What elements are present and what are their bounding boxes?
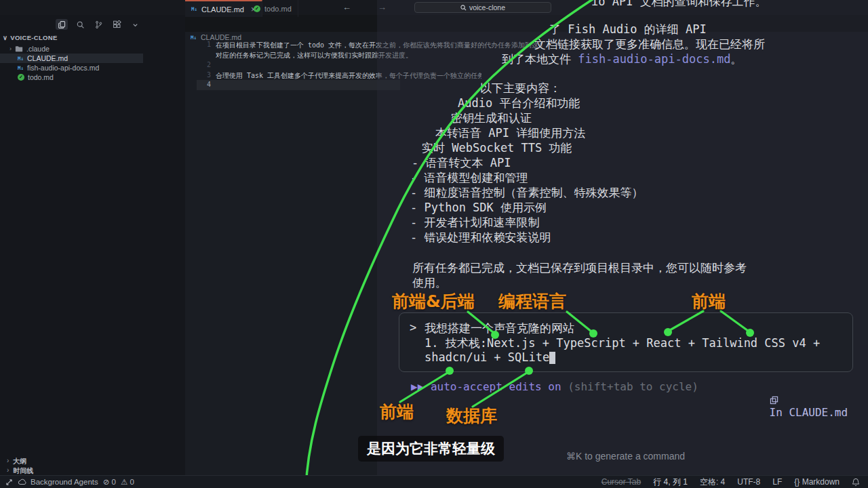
nav-forward-icon[interactable]: → xyxy=(378,3,387,12)
folder-icon xyxy=(15,45,23,52)
chat-output-line: - 语音模型创建和管理 xyxy=(410,170,528,186)
annotation-label-database: 数据库 xyxy=(446,405,497,427)
check-circle-icon: ✓ xyxy=(18,74,24,81)
chat-output-line: - Python SDK 使用示例 xyxy=(410,200,547,216)
chevron-right-icon: › xyxy=(7,466,9,476)
chevron-right-icon: › xyxy=(7,457,9,466)
chat-output-line: io API 文档的查询和保存工作。 xyxy=(591,0,767,9)
command-center-search[interactable]: voice-clone xyxy=(414,2,551,13)
chat-output-line: 以下主要内容： xyxy=(480,81,561,96)
chat-output-line: 密钥生成和认证 xyxy=(451,110,532,126)
tab-label: CLAUDE.md xyxy=(201,5,244,14)
sidebar-item-claude-folder[interactable]: › .claude xyxy=(0,44,185,54)
nav-back-icon[interactable]: ← xyxy=(342,3,351,12)
status-bar: Background Agents ⊘ 0 ⚠ 0 Cursor Tab 行 4… xyxy=(0,475,868,488)
chat-output-line: 所有任务都已完成，文档已保存到项目根目录中，您可以随时参考 xyxy=(412,260,747,276)
tab-label: todo.md xyxy=(264,5,292,13)
prompt-text-line: shadcn/ui + SQLite xyxy=(425,350,555,364)
eol-setting[interactable]: LF xyxy=(772,477,782,487)
markdown-icon: M↓ xyxy=(18,65,24,71)
context-file-indicator: In CLAUDE.md xyxy=(743,380,848,432)
chat-output-line: - 开发者计划和速率限制 xyxy=(410,215,539,230)
chat-output-line: 到了本地文件 fish-audio-api-docs.md。 xyxy=(502,52,742,67)
annotation-label-frontend: 前端 xyxy=(692,290,726,312)
prompt-text-line: 我想搭建一个声音克隆的网站 xyxy=(425,321,574,336)
annotation-label-programming-language: 编程语言 xyxy=(498,290,566,312)
chat-output-line: - 细粒度语音控制（音素控制、特殊效果等） xyxy=(410,185,643,201)
line-number-active: 4 xyxy=(201,81,211,88)
markdown-icon: M↓ xyxy=(191,6,197,12)
auto-accept-status[interactable]: ▶▶ auto-accept edits on (shift+tab to cy… xyxy=(411,380,698,393)
chat-output-line: 使用。 xyxy=(412,275,447,291)
todo-done-icon: ✓ xyxy=(254,5,260,12)
video-subtitle: 是因为它非常轻量级 xyxy=(358,436,504,462)
language-mode[interactable]: {} Markdown xyxy=(794,477,840,487)
chevron-right-icon: › xyxy=(9,45,12,52)
search-icon xyxy=(460,5,467,11)
chat-output-line: 了 Fish Audio 的详细 API xyxy=(549,22,707,37)
chat-output-line: - 错误处理和依赖安装说明 xyxy=(410,230,551,245)
source-control-icon[interactable] xyxy=(92,19,104,30)
chevron-down-icon[interactable] xyxy=(129,19,141,30)
chat-output-line: 本转语音 API 详细使用方法 xyxy=(435,125,585,141)
sidebar-item-claude-md[interactable]: M↓ CLAUDE.md xyxy=(0,54,143,63)
prompt-marker: > xyxy=(410,321,416,334)
encoding-setting[interactable]: UTF-8 xyxy=(737,477,760,487)
text-cursor xyxy=(549,352,555,364)
project-root[interactable]: ∨ VOICE-CLONE xyxy=(3,34,58,41)
cursor-position[interactable]: 行 4, 列 1 xyxy=(653,476,688,488)
chat-output-line: - 语音转文本 API xyxy=(412,155,511,171)
line-number: 2 xyxy=(201,61,211,68)
sidebar: ∨ VOICE-CLONE › .claude M↓ CLAUDE.md M↓ … xyxy=(0,15,185,475)
command-hint: ⌘K to generate a command xyxy=(529,451,722,462)
chat-output-line: 文档链接获取了更多准确信息。现在已经将所 xyxy=(534,37,765,52)
braces-icon: {} xyxy=(794,477,800,487)
markdown-icon: M↓ xyxy=(18,56,24,62)
background-agents-item[interactable]: Background Agents xyxy=(18,478,98,486)
cloud-icon xyxy=(18,479,27,485)
remote-window-icon[interactable] xyxy=(5,479,13,486)
outline-panel-header[interactable]: › 大纲 xyxy=(7,457,26,466)
timeline-panel-header[interactable]: › 时间线 xyxy=(7,466,33,476)
search-icon[interactable] xyxy=(74,19,86,30)
cursor-tab-toggle[interactable]: Cursor Tab xyxy=(601,477,641,487)
play-icons: ▶▶ xyxy=(411,380,424,393)
notifications-bell-icon[interactable] xyxy=(852,478,860,487)
markdown-icon: M↓ xyxy=(191,35,197,41)
extensions-icon[interactable] xyxy=(111,19,123,30)
current-line-highlight xyxy=(197,80,400,90)
explorer-icon[interactable] xyxy=(56,19,68,30)
line-number: 3 xyxy=(201,71,211,79)
chat-output-line: Audio 平台介绍和功能 xyxy=(458,96,580,111)
annotation-label-frontend-backend: 前端&后端 xyxy=(392,290,475,312)
copy-icon xyxy=(770,396,778,405)
sidebar-item-fish-audio-api-docs[interactable]: M↓ fish-audio-api-docs.md xyxy=(0,63,185,73)
indentation-setting[interactable]: 空格: 4 xyxy=(700,476,725,488)
chevron-down-icon: ∨ xyxy=(3,34,7,41)
annotation-label-frontend-2: 前端 xyxy=(380,401,414,423)
sidebar-item-todo-md[interactable]: ✓ todo.md xyxy=(0,73,185,82)
cursor-window: M↓ CLAUDE.md × ✓ todo.md M↓ CLAUDE.md 1 … xyxy=(0,0,868,488)
warnings-indicator[interactable]: ⚠ 0 xyxy=(121,477,134,487)
chat-output-line: 实时 WebSocket TTS 功能 xyxy=(422,140,572,156)
prompt-text-line: 1. 技术栈:Next.js + TypeScript + React + Ta… xyxy=(425,336,820,351)
file-link: fish-audio-api-docs.md xyxy=(578,52,730,66)
tab-todo-md[interactable]: ✓ todo.md xyxy=(248,0,298,17)
errors-indicator[interactable]: ⊘ 0 xyxy=(103,477,116,487)
line-number: 1 xyxy=(201,41,211,48)
